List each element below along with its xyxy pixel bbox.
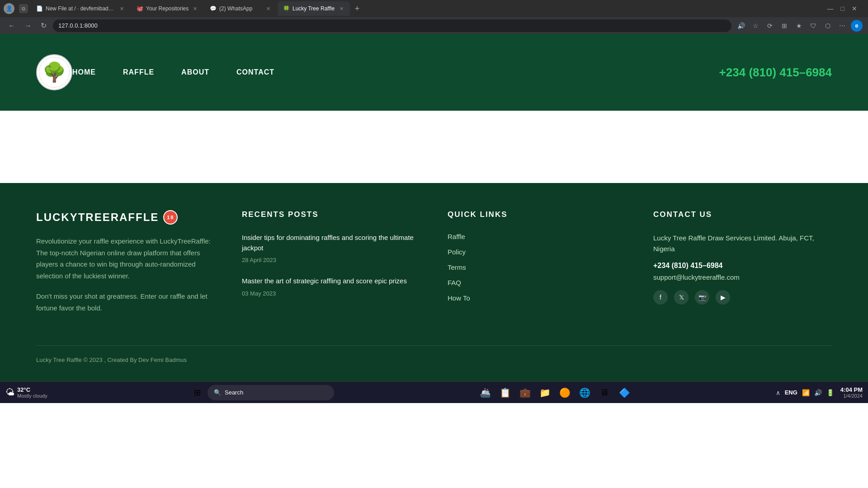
minimize-button[interactable]: — (827, 5, 834, 12)
taskbar-search[interactable]: 🔍 Search (208, 385, 334, 400)
nav-raffle[interactable]: RAFFLE (123, 68, 154, 76)
pinned-favorites-icon[interactable]: ★ (793, 20, 805, 32)
taskbar-app-widgets[interactable]: 📋 (496, 384, 514, 402)
tab-manager-btn[interactable]: ⧉ (19, 4, 28, 13)
browser-chrome: 👤 ⧉ 📄 New File at / · devfemibadmus/r...… (0, 0, 868, 34)
tab-3[interactable]: 💬 (2) WhatsApp ✕ (204, 1, 277, 16)
language-indicator[interactable]: ENG (785, 389, 797, 396)
close-button[interactable]: ✕ (852, 5, 857, 12)
quick-link-raffle[interactable]: Raffle (448, 233, 465, 240)
recent-post-2: Master the art of strategic raffling and… (242, 276, 420, 297)
age-badge: 18 (163, 210, 178, 225)
instagram-icon[interactable]: 📷 (695, 290, 709, 305)
recent-post-2-date: 03 May 2023 (242, 290, 420, 297)
tab-4-favicon: 🍀 (283, 5, 290, 12)
quick-link-faq[interactable]: FAQ (448, 279, 461, 286)
taskbar-app-store[interactable]: 🟠 (556, 384, 574, 402)
taskbar-app-teams[interactable]: 💼 (516, 384, 534, 402)
tab-2-close[interactable]: ✕ (192, 5, 198, 13)
tab-1-title: New File at / · devfemibadmus/r... (46, 5, 116, 12)
website: 🌳 HOME RAFFLE ABOUT CONTACT +234 (810) 4… (0, 34, 868, 381)
maximize-button[interactable]: □ (841, 5, 844, 12)
battery-icon[interactable]: 🔋 (826, 389, 834, 396)
nav-about[interactable]: ABOUT (181, 68, 209, 76)
forward-button[interactable]: → (22, 20, 34, 32)
recent-posts-title: RECENTS POSTS (242, 210, 420, 219)
collection-icon[interactable]: ⟳ (764, 20, 776, 32)
weather-icon: 🌤 (5, 387, 14, 398)
wifi-icon[interactable]: 📶 (802, 389, 810, 396)
tab-1-close[interactable]: ✕ (119, 5, 125, 13)
browser-essentials-icon[interactable]: 🛡 (807, 20, 819, 32)
browser-avatar: 👤 (4, 3, 14, 14)
tab-3-title: (2) WhatsApp (219, 5, 263, 12)
taskbar-app-edge[interactable]: 🌐 (576, 384, 594, 402)
tab-4-title: Lucky Tree Raffle (292, 5, 336, 12)
contact-title: CONTACT US (653, 210, 832, 219)
contact-address: Lucky Tree Raffle Draw Services Limited.… (653, 233, 832, 254)
footer-desc-1: Revolutionize your raffle experience wit… (36, 235, 215, 282)
address-text: 127.0.0.1:8000 (58, 22, 98, 29)
footer-grid: LUCKYTREERAFFLE 18 Revolutionize your ra… (36, 210, 832, 323)
social-icons: f 𝕏 📷 ▶ (653, 290, 832, 305)
taskbar-right: ∧ ENG 📶 🔊 🔋 4:04 PM 1/4/2024 (776, 386, 863, 399)
quick-link-howto[interactable]: How To (448, 294, 470, 302)
tab-4-close[interactable]: ✕ (339, 5, 344, 13)
start-button[interactable]: ⊞ (189, 385, 206, 401)
edge-profile-icon[interactable]: e (851, 20, 863, 32)
read-aloud-icon[interactable]: 🔊 (735, 20, 747, 32)
search-placeholder: Search (225, 389, 243, 396)
header-phone: +234 (810) 415–6984 (719, 66, 832, 80)
site-logo: 🌳 (36, 54, 72, 90)
reload-button[interactable]: ↻ (38, 19, 49, 32)
copilot-icon[interactable]: ⬡ (822, 20, 834, 32)
recent-post-1-title[interactable]: Insider tips for dominating raffles and … (242, 233, 420, 253)
tab-2-favicon: 🐙 (137, 5, 143, 12)
footer-brand-name: LUCKYTREERAFFLE 18 (36, 210, 215, 225)
weather-desc: Mostly cloudy (17, 393, 47, 399)
taskbar: 🌤 32°C Mostly cloudy ⊞ 🔍 Search 🚢 📋 💼 📁 … (0, 381, 868, 403)
recent-post-1-date: 28 April 2023 (242, 257, 420, 263)
contact-phone: +234 (810) 415–6984 (653, 262, 832, 270)
tab-3-close[interactable]: ✕ (265, 5, 271, 13)
taskbar-app-explorer[interactable]: 📁 (536, 384, 554, 402)
taskbar-left: 🌤 32°C Mostly cloudy (5, 386, 47, 399)
search-icon: 🔍 (214, 389, 221, 396)
tab-4[interactable]: 🍀 Lucky Tree Raffle ✕ (278, 1, 350, 16)
downloads-icon[interactable]: ⋯ (836, 20, 848, 32)
recent-post-2-title[interactable]: Master the art of strategic raffling and… (242, 276, 420, 286)
favorites-icon[interactable]: ☆ (750, 20, 761, 32)
system-clock[interactable]: 4:04 PM 1/4/2024 (840, 386, 863, 399)
weather-info: 32°C Mostly cloudy (17, 386, 47, 399)
youtube-icon[interactable]: ▶ (716, 290, 730, 305)
quick-link-policy[interactable]: Policy (448, 248, 466, 256)
twitter-icon[interactable]: 𝕏 (674, 290, 689, 305)
facebook-icon[interactable]: f (653, 290, 668, 305)
back-button[interactable]: ← (5, 20, 18, 32)
new-tab-button[interactable]: + (351, 2, 363, 15)
quick-links-title: QUICK LINKS (448, 210, 626, 219)
taskbar-app-terminal[interactable]: 🖥 (595, 384, 613, 402)
copyright-text: Lucky Tree Raffle © 2023 , Created By De… (36, 357, 187, 363)
volume-icon[interactable]: 🔊 (814, 389, 822, 396)
taskbar-app-vscode[interactable]: 🔷 (615, 384, 633, 402)
tab-2[interactable]: 🐙 Your Repositories ✕ (131, 1, 203, 16)
recent-post-1: Insider tips for dominating raffles and … (242, 233, 420, 263)
quick-link-terms[interactable]: Terms (448, 263, 466, 271)
address-bar[interactable]: 127.0.0.1:8000 (53, 19, 731, 32)
split-screen-icon[interactable]: ⊞ (778, 20, 790, 32)
weather-widget[interactable]: 🌤 32°C Mostly cloudy (5, 386, 47, 399)
site-header: 🌳 HOME RAFFLE ABOUT CONTACT +234 (810) 4… (0, 34, 868, 111)
taskbar-app-files[interactable]: 🚢 (476, 384, 494, 402)
chevron-up-icon[interactable]: ∧ (776, 389, 780, 396)
clock-time: 4:04 PM (840, 386, 863, 393)
toolbar-icons: 🔊 ☆ ⟳ ⊞ ★ 🛡 ⬡ ⋯ e (735, 20, 863, 32)
tab-3-favicon: 💬 (210, 5, 217, 12)
site-footer: LUCKYTREERAFFLE 18 Revolutionize your ra… (0, 183, 868, 381)
contact-email: support@luckytreeraffle.com (653, 273, 832, 281)
nav-contact[interactable]: CONTACT (236, 68, 274, 76)
nav-home[interactable]: HOME (72, 68, 96, 76)
tab-1[interactable]: 📄 New File at / · devfemibadmus/r... ✕ (31, 1, 130, 16)
main-nav: HOME RAFFLE ABOUT CONTACT (72, 68, 274, 76)
footer-quick-links-col: QUICK LINKS Raffle Policy Terms FAQ How … (448, 210, 626, 323)
